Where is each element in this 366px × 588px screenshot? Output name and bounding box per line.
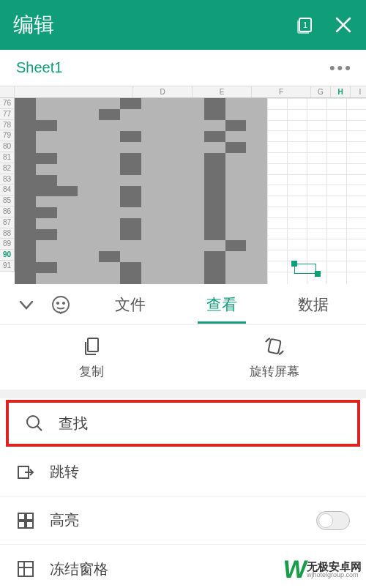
menu-find-label: 查找 [59,414,88,433]
header-title: 编辑 [13,11,294,39]
tab-file[interactable]: 文件 [112,287,149,322]
highlight-toggle[interactable] [316,511,350,530]
rotate-icon [263,335,286,357]
svg-point-3 [57,302,59,303]
spreadsheet-grid[interactable]: DEFGHIJ 76777879808182838485868788899091 [0,86,366,284]
app-header: 编辑 1 [0,0,366,50]
watermark-logo: W [281,555,306,584]
svg-rect-11 [18,521,25,528]
empty-cells [267,98,366,284]
svg-text:1: 1 [303,21,307,29]
copy-button[interactable]: 复制 [0,325,183,390]
watermark: W 无极安卓网 wjhotelgroup.com [283,555,362,584]
svg-rect-12 [26,521,33,528]
menu-goto[interactable]: 跳转 [0,448,366,496]
row-headers: 76777879808182838485868788899091 [0,98,15,272]
svg-point-4 [63,302,64,303]
close-icon[interactable] [334,15,353,34]
svg-rect-6 [268,338,280,354]
toolbar: 文件 查看 数据 [0,284,366,325]
assistant-icon[interactable] [51,295,70,314]
tabs-icon[interactable]: 1 [294,15,315,35]
rotate-button[interactable]: 旋转屏幕 [183,325,366,390]
menu-highlight-label: 高亮 [50,510,79,530]
toolbar-left [7,295,70,314]
menu-goto-label: 跳转 [50,462,79,482]
svg-point-7 [27,416,39,428]
toolbar-tabs: 文件 查看 数据 [70,287,359,322]
watermark-url: wjhotelgroup.com [307,572,362,578]
sheet-bar: Sheet1 ••• [0,50,366,86]
freeze-icon [16,559,35,578]
action-row: 复制 旋转屏幕 [0,325,366,398]
svg-rect-10 [26,513,33,520]
copy-icon [81,335,102,357]
menu-freeze-label: 冻结窗格 [50,559,108,579]
selection-handle[interactable] [290,261,321,277]
column-headers: DEFGHIJ [0,86,366,98]
more-icon[interactable]: ••• [329,59,353,78]
menu-highlight[interactable]: 高亮 [0,496,366,545]
sheet-tab[interactable]: Sheet1 [16,59,329,76]
menu-find[interactable]: 查找 [6,400,360,447]
header-actions: 1 [294,15,353,35]
tab-view[interactable]: 查看 [203,287,240,322]
tab-data[interactable]: 数据 [295,287,332,322]
copy-label: 复制 [79,363,104,380]
svg-rect-13 [18,562,33,576]
svg-rect-9 [18,513,25,520]
chart-content [15,98,267,284]
rotate-label: 旋转屏幕 [250,363,299,380]
svg-point-2 [53,297,69,313]
watermark-brand: 无极安卓网 [307,561,362,572]
search-icon [25,414,44,433]
collapse-icon[interactable] [18,296,35,313]
svg-rect-5 [88,338,98,351]
goto-icon [16,463,35,482]
highlight-icon [16,511,35,530]
